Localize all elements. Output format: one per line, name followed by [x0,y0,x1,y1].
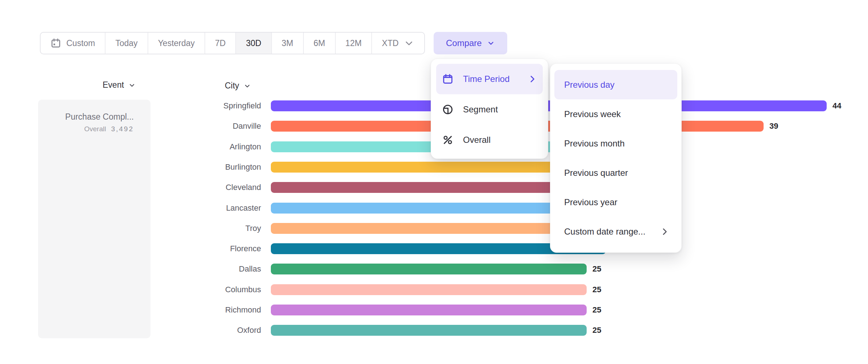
chevron-down-icon [404,38,414,49]
city-header-label: City [225,81,239,91]
bar-label-burlington: Burlington [141,162,261,173]
event-header-label: Event [103,80,124,90]
submenu-item-label: Previous week [564,109,670,119]
range-label: 6M [314,38,325,48]
bar-value-springfield: 44 [832,100,841,111]
bar-dallas[interactable] [271,264,587,274]
chevron-down-icon [128,82,136,89]
range-xtd[interactable]: XTD [372,33,424,54]
range-label: Today [115,38,137,48]
menu-item-overall[interactable]: Overall [436,125,543,155]
range-label: 30D [246,38,261,48]
bar-label-richmond: Richmond [141,305,261,315]
submenu-item-previous-week[interactable]: Previous week [554,99,677,129]
range-label: 3M [282,38,293,48]
compare-dropdown-menu: Time PeriodSegmentOverall [431,59,548,159]
overall-label: Overall [84,125,106,133]
range-custom[interactable]: Custom [41,33,106,54]
range-label: XTD [382,38,398,48]
overall-value: 3,492 [111,125,134,133]
menu-item-label: Time Period [463,74,517,84]
submenu-item-previous-year[interactable]: Previous year [554,187,677,217]
time-period-submenu: Previous dayPrevious weekPrevious monthP… [550,63,682,253]
menu-item-label: Segment [463,104,538,115]
bar-label-cleveland: Cleveland [141,182,261,193]
bar-label-danville: Danville [141,121,261,132]
submenu-item-label: Previous month [564,138,670,149]
percent-icon [442,134,454,146]
chevron-right-icon [659,226,670,237]
bar-value-oxford: 25 [592,325,601,336]
submenu-item-label: Previous day [564,80,670,90]
menu-item-time-period[interactable]: Time Period [436,64,543,94]
submenu-item-previous-day[interactable]: Previous day [554,70,677,99]
bar-label-arlington: Arlington [141,141,261,152]
submenu-item-custom-date-range[interactable]: Custom date range... [554,217,677,246]
bar-label-springfield: Springfield [141,100,261,111]
bar-label-troy: Troy [141,223,261,234]
range-6m[interactable]: 6M [304,33,336,54]
range-label: 7D [215,38,226,48]
chevron-down-icon [487,39,495,47]
event-card[interactable]: Purchase Compl... Overall 3,492 [38,100,150,338]
submenu-item-previous-quarter[interactable]: Previous quarter [554,158,677,187]
event-name: Purchase Compl... [45,112,134,122]
compare-button-label: Compare [446,38,482,48]
insights-report-canvas: CustomTodayYesterday7D30D3M6M12MXTD Comp… [0,0,868,364]
range-30d[interactable]: 30D [236,33,272,54]
bar-value-richmond: 25 [592,305,601,315]
range-3m[interactable]: 3M [272,33,304,54]
chevron-down-icon [244,82,251,90]
segment-icon [442,104,454,115]
menu-item-label: Overall [463,135,538,145]
menu-item-segment[interactable]: Segment [436,94,543,125]
range-today[interactable]: Today [106,33,148,54]
calendar-icon [442,73,454,85]
submenu-item-label: Previous year [564,197,670,207]
bar-label-oxford: Oxford [141,325,261,336]
event-overall-row: Overall 3,492 [45,125,134,133]
range-12m[interactable]: 12M [336,33,372,54]
compare-button[interactable]: Compare [434,32,507,54]
range-label: 12M [346,38,362,48]
bar-label-dallas: Dallas [141,264,261,274]
bar-label-florence: Florence [141,243,261,254]
event-column-header[interactable]: Event [103,80,136,90]
range-label: Custom [66,38,95,48]
bar-richmond[interactable] [271,305,587,315]
bar-springfield[interactable] [271,100,827,111]
bar-oxford[interactable] [271,325,587,336]
bar-label-columbus: Columbus [141,284,261,295]
bar-value-dallas: 25 [592,264,601,274]
chevron-right-icon [527,74,538,84]
bar-columbus[interactable] [271,284,587,295]
submenu-item-label: Previous quarter [564,168,670,178]
bar-value-columbus: 25 [592,284,601,295]
submenu-item-previous-month[interactable]: Previous month [554,129,677,158]
range-7d[interactable]: 7D [205,33,236,54]
range-yesterday[interactable]: Yesterday [148,33,205,54]
bar-label-lancaster: Lancaster [141,203,261,214]
city-column-header[interactable]: City [225,81,251,91]
range-label: Yesterday [158,38,195,48]
bar-value-danville: 39 [769,121,778,132]
submenu-item-label: Custom date range... [564,227,659,237]
calendar-icon [50,38,61,49]
date-range-toolbar: CustomTodayYesterday7D30D3M6M12MXTD [40,32,425,54]
